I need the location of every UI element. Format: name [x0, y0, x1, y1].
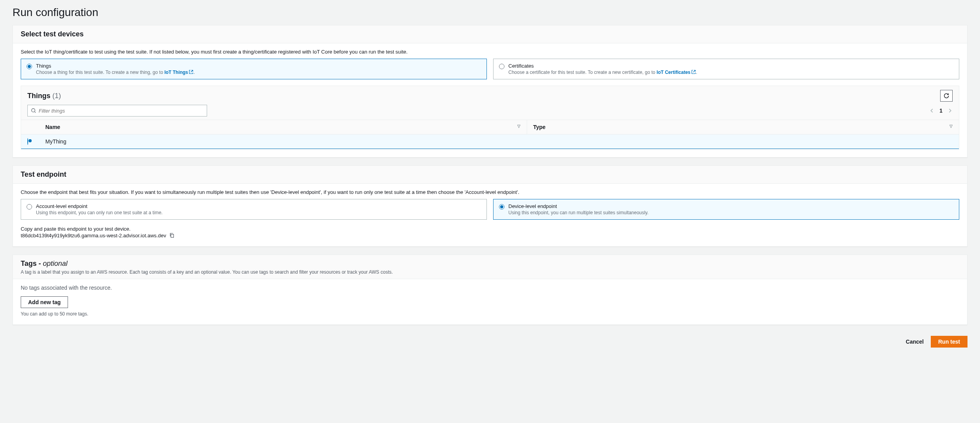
copy-icon[interactable]	[169, 233, 175, 238]
tags-panel: Tags - optional A tag is a label that yo…	[13, 255, 967, 325]
form-actions: Cancel Run test	[13, 333, 967, 351]
table-row[interactable]: MyThing	[21, 134, 959, 149]
things-subpanel: Things (1)	[21, 86, 959, 149]
device-endpoint-title: Device-level endpoint	[508, 203, 649, 209]
radio-dot-icon	[27, 64, 32, 69]
no-tags-message: No tags associated with the resource.	[21, 285, 959, 291]
device-type-radio-group: Things Choose a thing for this test suit…	[21, 59, 959, 79]
pagination: 1	[929, 108, 953, 114]
test-endpoint-panel: Test endpoint Choose the endpoint that b…	[13, 165, 967, 247]
external-link-icon	[691, 70, 696, 74]
tags-title: Tags - optional	[21, 260, 68, 267]
account-endpoint-title: Account-level endpoint	[36, 203, 163, 209]
radio-things[interactable]: Things Choose a thing for this test suit…	[21, 59, 487, 79]
col-type[interactable]: Type ▽	[527, 120, 959, 134]
things-heading: Things (1)	[27, 92, 61, 100]
test-endpoint-description: Choose the endpoint that best fits your …	[21, 189, 959, 195]
endpoint-radio-group: Account-level endpoint Using this endpoi…	[21, 199, 959, 220]
radio-certificates-desc: Choose a certificate for this test suite…	[508, 70, 697, 75]
run-test-button[interactable]: Run test	[931, 336, 967, 348]
filter-things-input[interactable]	[39, 108, 204, 114]
select-test-devices-header: Select test devices	[13, 25, 967, 43]
cell-name: MyThing	[39, 134, 527, 149]
test-endpoint-header: Test endpoint	[13, 166, 967, 184]
svg-point-0	[32, 109, 35, 112]
radio-account-endpoint[interactable]: Account-level endpoint Using this endpoi…	[21, 199, 487, 220]
radio-things-title: Things	[36, 63, 195, 69]
refresh-button[interactable]	[940, 90, 953, 102]
radio-dot-icon	[27, 204, 32, 210]
iot-things-link[interactable]: IoT Things	[165, 70, 194, 75]
tags-header: Tags - optional A tag is a label that yo…	[13, 255, 967, 279]
select-test-devices-panel: Select test devices Select the IoT thing…	[13, 25, 967, 158]
optional-label: optional	[43, 260, 68, 267]
endpoint-copy-instruction: Copy and paste this endpoint to your tes…	[21, 226, 959, 232]
radio-certificates-title: Certificates	[508, 63, 697, 69]
refresh-icon	[943, 93, 950, 99]
filter-things-input-wrapper[interactable]	[27, 105, 207, 117]
things-table: Name ▽ Type ▽ MyThing	[21, 120, 959, 149]
cell-type	[527, 134, 959, 149]
page-title: Run configuration	[13, 6, 967, 19]
search-icon	[31, 108, 36, 113]
account-endpoint-desc: Using this endpoint, you can only run on…	[36, 210, 163, 215]
tags-subtext: A tag is a label that you assign to an A…	[21, 269, 959, 275]
radio-dot-icon	[499, 204, 504, 210]
add-new-tag-button[interactable]: Add new tag	[21, 296, 68, 308]
select-devices-description: Select the IoT thing/certificate to test…	[21, 49, 959, 55]
things-count: (1)	[52, 92, 61, 100]
row-radio-icon[interactable]	[27, 138, 28, 145]
radio-things-desc: Choose a thing for this test suite. To c…	[36, 70, 195, 75]
current-page: 1	[939, 108, 942, 114]
endpoint-value-row: t86dcb4139t4y919yk9tzu6.gamma.us-west-2.…	[21, 233, 959, 238]
sort-icon: ▽	[517, 124, 520, 128]
cancel-button[interactable]: Cancel	[906, 339, 924, 345]
device-endpoint-desc: Using this endpoint, you can run multipl…	[508, 210, 649, 215]
col-select	[21, 120, 39, 134]
svg-rect-1	[171, 234, 173, 237]
next-page-button[interactable]	[947, 108, 953, 113]
radio-device-endpoint[interactable]: Device-level endpoint Using this endpoin…	[493, 199, 959, 220]
radio-dot-icon	[499, 64, 504, 69]
iot-certificates-link[interactable]: IoT Certificates	[656, 70, 696, 75]
prev-page-button[interactable]	[929, 108, 935, 113]
select-test-devices-title: Select test devices	[21, 30, 959, 38]
test-endpoint-title: Test endpoint	[21, 170, 959, 179]
col-name[interactable]: Name ▽	[39, 120, 527, 134]
radio-certificates[interactable]: Certificates Choose a certificate for th…	[493, 59, 959, 79]
endpoint-value: t86dcb4139t4y919yk9tzu6.gamma.us-west-2.…	[21, 233, 166, 238]
external-link-icon	[189, 70, 193, 74]
tags-hint: You can add up to 50 more tags.	[21, 311, 959, 317]
sort-icon: ▽	[950, 124, 953, 128]
